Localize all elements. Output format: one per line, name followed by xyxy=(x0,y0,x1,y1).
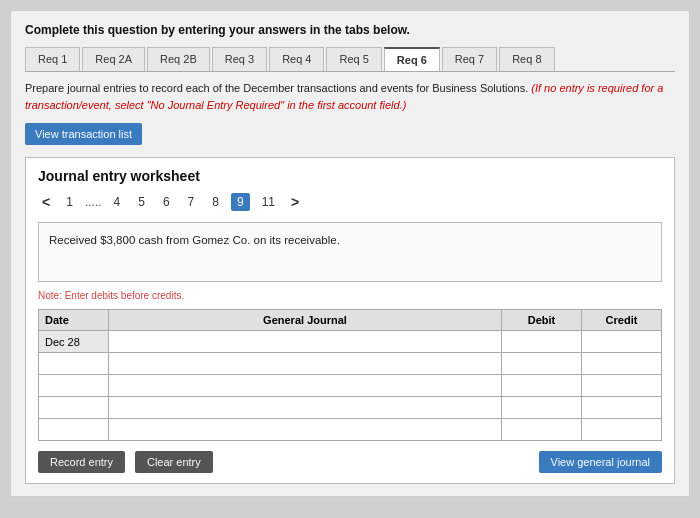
table-row: Dec 28 xyxy=(39,331,662,353)
cell-date-0: Dec 28 xyxy=(39,331,109,353)
tab-req1[interactable]: Req 1 xyxy=(25,47,80,71)
worksheet-container: Journal entry worksheet <1.....45678911>… xyxy=(25,157,675,484)
tab-req2a[interactable]: Req 2A xyxy=(82,47,145,71)
pagination-page-5[interactable]: 5 xyxy=(132,193,151,211)
transaction-box: Received $3,800 cash from Gomez Co. on i… xyxy=(38,222,662,282)
buttons-row: Record entry Clear entry View general jo… xyxy=(38,451,662,473)
tab-req5[interactable]: Req 5 xyxy=(326,47,381,71)
cell-date-1 xyxy=(39,353,109,375)
pagination-page-4[interactable]: 4 xyxy=(108,193,127,211)
cell-journal-3[interactable] xyxy=(109,397,502,419)
cell-debit-1[interactable] xyxy=(502,353,582,375)
pagination-page-8[interactable]: 8 xyxy=(206,193,225,211)
note-text: Note: Enter debits before credits. xyxy=(38,290,662,301)
tab-req6[interactable]: Req 6 xyxy=(384,47,440,71)
table-row xyxy=(39,419,662,441)
cell-debit-2[interactable] xyxy=(502,375,582,397)
cell-journal-1[interactable] xyxy=(109,353,502,375)
cell-journal-0[interactable] xyxy=(109,331,502,353)
cell-credit-0[interactable] xyxy=(582,331,662,353)
main-container: Complete this question by entering your … xyxy=(10,10,690,497)
pagination-page-6[interactable]: 6 xyxy=(157,193,176,211)
col-date: Date xyxy=(39,310,109,331)
col-debit: Debit xyxy=(502,310,582,331)
cell-debit-3[interactable] xyxy=(502,397,582,419)
pagination-page-11[interactable]: 11 xyxy=(256,193,281,211)
next-arrow[interactable]: > xyxy=(287,192,303,212)
left-buttons: Record entry Clear entry xyxy=(38,451,213,473)
cell-credit-3[interactable] xyxy=(582,397,662,419)
cell-date-4 xyxy=(39,419,109,441)
cell-debit-0[interactable] xyxy=(502,331,582,353)
table-row xyxy=(39,375,662,397)
description-main: Prepare journal entries to record each o… xyxy=(25,82,528,94)
col-journal: General Journal xyxy=(109,310,502,331)
cell-date-2 xyxy=(39,375,109,397)
pagination-row: <1.....45678911> xyxy=(38,192,662,212)
journal-table: Date General Journal Debit Credit Dec 28 xyxy=(38,309,662,441)
record-entry-button[interactable]: Record entry xyxy=(38,451,125,473)
table-row xyxy=(39,397,662,419)
instruction-text: Complete this question by entering your … xyxy=(25,23,675,37)
worksheet-title: Journal entry worksheet xyxy=(38,168,662,184)
tab-req7[interactable]: Req 7 xyxy=(442,47,497,71)
transaction-text: Received $3,800 cash from Gomez Co. on i… xyxy=(49,234,340,246)
cell-journal-4[interactable] xyxy=(109,419,502,441)
tab-req2b[interactable]: Req 2B xyxy=(147,47,210,71)
pagination-dots: ..... xyxy=(85,195,102,209)
pagination-page-1[interactable]: 1 xyxy=(60,193,79,211)
table-row xyxy=(39,353,662,375)
cell-credit-4[interactable] xyxy=(582,419,662,441)
cell-credit-1[interactable] xyxy=(582,353,662,375)
cell-date-3 xyxy=(39,397,109,419)
tab-req8[interactable]: Req 8 xyxy=(499,47,554,71)
tab-req3[interactable]: Req 3 xyxy=(212,47,267,71)
prev-arrow[interactable]: < xyxy=(38,192,54,212)
description-text: Prepare journal entries to record each o… xyxy=(25,80,675,113)
cell-journal-2[interactable] xyxy=(109,375,502,397)
view-general-journal-button[interactable]: View general journal xyxy=(539,451,662,473)
col-credit: Credit xyxy=(582,310,662,331)
tab-req4[interactable]: Req 4 xyxy=(269,47,324,71)
cell-debit-4[interactable] xyxy=(502,419,582,441)
view-transaction-button[interactable]: View transaction list xyxy=(25,123,142,145)
pagination-page-9[interactable]: 9 xyxy=(231,193,250,211)
cell-credit-2[interactable] xyxy=(582,375,662,397)
clear-entry-button[interactable]: Clear entry xyxy=(135,451,213,473)
pagination-page-7[interactable]: 7 xyxy=(182,193,201,211)
tabs-row: Req 1Req 2AReq 2BReq 3Req 4Req 5Req 6Req… xyxy=(25,47,675,72)
